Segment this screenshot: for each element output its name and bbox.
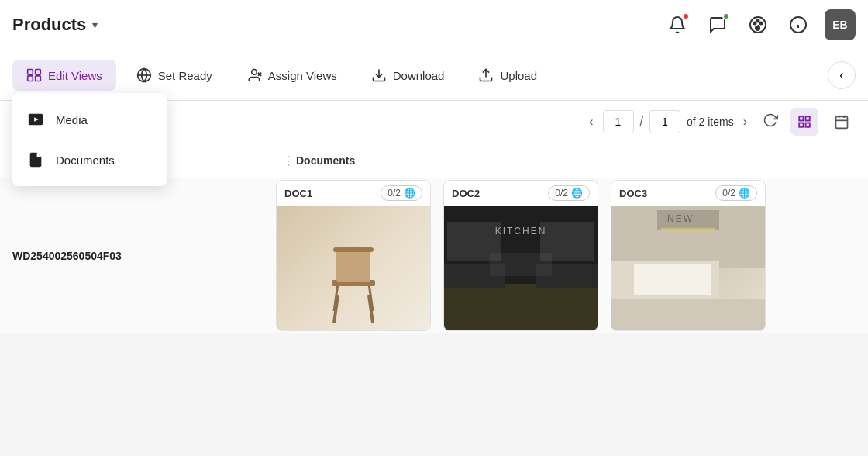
product-cell: WD254002560504F03 [12, 250, 276, 262]
dropdown-item-documents[interactable]: Documents [12, 140, 167, 180]
col-documents: Documents [296, 154, 355, 167]
page-input[interactable] [603, 110, 634, 133]
doc2-count-badge[interactable]: 0/2 🌐 [548, 185, 590, 201]
svg-rect-23 [799, 123, 803, 127]
doc3-count-badge[interactable]: 0/2 🌐 [715, 185, 757, 201]
assign-views-button[interactable]: Assign Views [232, 60, 351, 91]
new-label-text: NEW [667, 213, 694, 224]
grid-view-button[interactable] [790, 108, 818, 136]
upload-button[interactable]: Upload [464, 60, 551, 91]
doc2-label: DOC2 [452, 188, 480, 199]
svg-point-3 [760, 22, 763, 25]
doc3-label: DOC3 [619, 188, 647, 199]
doc1-header: DOC1 0/2 🌐 [277, 181, 430, 206]
pagination: ‹ / of 2 items › [586, 110, 750, 133]
svg-rect-8 [36, 70, 41, 75]
doc-card-3: DOC3 0/2 🌐 [611, 180, 766, 331]
refresh-button[interactable] [760, 109, 781, 134]
notifications-button[interactable] [663, 11, 691, 39]
header: Products ▾ EB [0, 0, 868, 50]
doc-card-2: DOC2 0/2 🌐 [443, 180, 598, 331]
toolbar: Edit Views Set Ready Assign Views Downlo… [0, 50, 868, 101]
svg-rect-45 [611, 299, 765, 330]
total-pages-input[interactable] [649, 110, 680, 133]
doc1-image[interactable] [277, 206, 430, 330]
svg-rect-24 [806, 123, 810, 127]
download-button[interactable]: Download [357, 60, 459, 91]
col-resize-handle[interactable]: ⋮ [282, 154, 290, 168]
edit-views-dropdown: Media Documents [12, 93, 167, 186]
header-left: Products ▾ [12, 15, 98, 35]
page-title: Products [12, 15, 86, 35]
info-button[interactable] [784, 11, 812, 39]
doc-card-1: DOC1 0/2 🌐 [276, 180, 431, 331]
svg-rect-36 [444, 284, 598, 330]
documents-cell: DOC1 0/2 🌐 [276, 180, 856, 331]
doc2-globe-icon: 🌐 [571, 188, 583, 199]
messages-badge [722, 12, 730, 20]
svg-point-2 [757, 20, 760, 22]
title-chevron-icon[interactable]: ▾ [92, 19, 98, 31]
svg-rect-34 [336, 249, 370, 282]
doc1-count-badge[interactable]: 0/2 🌐 [381, 185, 422, 201]
svg-rect-22 [806, 116, 810, 120]
doc3-image[interactable]: NEW [611, 206, 765, 330]
set-ready-button[interactable]: Set Ready [122, 60, 226, 91]
product-id: WD254002560504F03 [12, 250, 276, 262]
svg-rect-46 [634, 264, 711, 295]
dropdown-item-media[interactable]: Media [12, 99, 167, 140]
toolbar-collapse-button[interactable]: ‹ [828, 61, 856, 89]
edit-views-button[interactable]: Edit Views [12, 60, 116, 91]
svg-point-1 [754, 22, 756, 25]
documents-icon [25, 149, 46, 171]
svg-rect-42 [490, 253, 552, 276]
doc1-label: DOC1 [284, 188, 312, 199]
header-right: EB [663, 9, 856, 40]
next-page-button[interactable]: › [740, 115, 750, 129]
svg-rect-9 [28, 76, 33, 81]
prev-page-button[interactable]: ‹ [586, 115, 596, 129]
svg-point-13 [251, 70, 257, 75]
svg-rect-7 [28, 70, 33, 75]
svg-rect-48 [661, 228, 715, 231]
theme-button[interactable] [744, 11, 772, 39]
svg-rect-10 [36, 76, 41, 81]
calendar-view-button[interactable] [828, 108, 856, 136]
doc3-header: DOC3 0/2 🌐 [611, 181, 765, 206]
doc3-globe-icon: 🌐 [739, 188, 750, 199]
avatar[interactable]: EB [825, 9, 856, 40]
messages-button[interactable] [704, 11, 732, 39]
svg-rect-35 [333, 247, 374, 252]
kitchen-label-text: KITCHEN [495, 226, 547, 237]
media-icon [25, 109, 46, 130]
notification-badge [682, 12, 690, 20]
doc1-globe-icon: 🌐 [404, 188, 415, 199]
doc2-image[interactable]: KITCHEN [444, 206, 598, 330]
table-row: WD254002560504F03 DOC1 0/2 🌐 [0, 178, 868, 333]
svg-rect-25 [836, 116, 848, 128]
svg-rect-21 [799, 116, 803, 120]
of-items-label: of 2 items [687, 116, 734, 128]
doc2-header: DOC2 0/2 🌐 [444, 181, 598, 206]
